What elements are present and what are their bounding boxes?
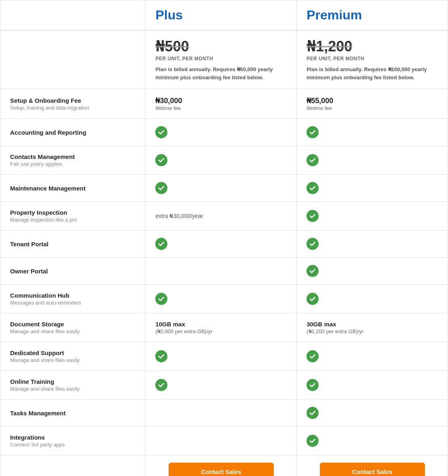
premium-cta-cell: Contact Sales <box>297 455 448 476</box>
plus-cell: extra ₦30,000/year <box>146 202 297 231</box>
feature-name: Owner Portal <box>10 268 135 275</box>
feature-sub: Manage and share files easily <box>10 357 135 363</box>
premium-cell: 30GB max(₦1,200 per extra GB)/yr <box>297 313 448 342</box>
check-icon <box>306 350 319 362</box>
premium-cell: ₦55,000lifetime fee <box>297 89 448 119</box>
premium-fee-label: lifetime fee <box>306 105 438 111</box>
feature-name: Property Inspection <box>10 209 135 216</box>
check-icon <box>306 293 319 305</box>
feature-name: Contacts Management <box>10 153 135 160</box>
table-row: Communication HubMessages and auto-remin… <box>0 285 448 313</box>
premium-cell <box>297 146 448 175</box>
feature-cell: Contacts ManagementFair use policy appli… <box>0 146 146 175</box>
plus-cell: 10GB max(₦2,000 per extra GB)/yr <box>146 313 297 342</box>
feature-cell: Setup & Onboarding FeeSetup, training an… <box>0 89 146 119</box>
table-row: Owner Portal <box>0 258 448 285</box>
feature-name: Communication Hub <box>10 292 135 299</box>
feature-sub: Manage and share files easily <box>10 386 135 392</box>
empty-feature-header <box>0 30 146 89</box>
plus-contact-button[interactable]: Contact Sales <box>169 463 274 476</box>
feature-sub: Manage inspection like a pro <box>10 217 135 223</box>
table-row: Accounting and Reporting <box>0 119 448 146</box>
plus-extra: extra ₦30,000/year <box>155 213 203 219</box>
table-row: Dedicated SupportManage and share files … <box>0 342 448 371</box>
plus-cell <box>146 427 297 455</box>
check-icon <box>306 265 319 277</box>
table-row: Contacts ManagementFair use policy appli… <box>0 146 448 175</box>
plus-storage-main: 10GB max <box>155 321 287 328</box>
plus-cell <box>146 400 297 427</box>
table-row: Property InspectionManage inspection lik… <box>0 202 448 231</box>
premium-cell <box>297 285 448 313</box>
feature-cell: Property InspectionManage inspection lik… <box>0 202 146 231</box>
feature-name: Integrations <box>10 434 135 441</box>
plus-cell <box>146 175 297 202</box>
plus-storage-sub: (₦2,000 per extra GB)/yr <box>155 328 287 334</box>
table-row: Document StorageManage and share files e… <box>0 313 448 342</box>
table-row: Online TrainingManage and share files ea… <box>0 371 448 400</box>
check-icon <box>306 379 319 391</box>
plus-cta-cell: Contact Sales <box>146 455 297 476</box>
premium-storage-main: 30GB max <box>306 321 438 328</box>
premium-plan-title: Premium <box>306 8 438 23</box>
premium-cell <box>297 119 448 146</box>
feature-name: Tenant Portal <box>10 241 135 248</box>
feature-cell: Communication HubMessages and auto-remin… <box>0 285 146 313</box>
plus-column-header: Plus <box>146 0 297 31</box>
table-row: IntegrationsConnect 3rd party apps <box>0 427 448 455</box>
feature-cell: Tasks Management <box>0 400 146 427</box>
premium-price: ₦1,200 <box>306 38 438 55</box>
plus-cell <box>146 258 297 285</box>
feature-name: Accounting and Reporting <box>10 129 135 136</box>
premium-cell <box>297 400 448 427</box>
table-row: Tasks Management <box>0 400 448 427</box>
check-icon <box>306 210 319 222</box>
plus-price-header: ₦500 PER UNIT, PER MONTH Plan is billed … <box>146 30 297 89</box>
feature-sub: Setup, training and data migration <box>10 105 135 111</box>
check-icon <box>155 293 167 305</box>
check-icon <box>155 182 167 194</box>
table-row: Setup & Onboarding FeeSetup, training an… <box>0 89 448 119</box>
feature-cell: Accounting and Reporting <box>0 119 146 146</box>
premium-note: Plan is billed annually. Requires ₦100,0… <box>306 66 438 81</box>
premium-period: PER UNIT, PER MONTH <box>306 56 438 61</box>
plus-cell <box>146 231 297 258</box>
feature-name: Dedicated Support <box>10 349 135 356</box>
plus-cell <box>146 342 297 371</box>
premium-storage-sub: (₦1,200 per extra GB)/yr <box>306 328 438 334</box>
feature-cell: Document StorageManage and share files e… <box>0 313 146 342</box>
plus-plan-title: Plus <box>155 8 287 23</box>
feature-name: Maintenance Management <box>10 185 135 192</box>
plus-price: ₦500 <box>155 38 287 55</box>
premium-cell <box>297 175 448 202</box>
check-icon <box>306 154 319 166</box>
premium-cell <box>297 258 448 285</box>
premium-cell <box>297 202 448 231</box>
check-icon <box>306 238 319 250</box>
premium-cell <box>297 371 448 400</box>
premium-cell <box>297 231 448 258</box>
cta-empty-cell <box>0 455 146 476</box>
plus-note: Plan is billed annually. Requires ₦50,00… <box>155 66 287 81</box>
table-row: Tenant Portal <box>0 231 448 258</box>
feature-sub: Manage and share files easily <box>10 328 135 334</box>
check-icon <box>155 238 167 250</box>
plus-cell <box>146 285 297 313</box>
feature-name: Setup & Onboarding Fee <box>10 97 135 104</box>
feature-column-header <box>0 0 146 31</box>
feature-sub: Messages and auto-reminders <box>10 300 135 306</box>
check-icon <box>306 435 319 447</box>
feature-cell: Dedicated SupportManage and share files … <box>0 342 146 371</box>
plus-period: PER UNIT, PER MONTH <box>155 56 287 61</box>
plus-fee-label: lifetime fee <box>155 105 287 111</box>
feature-cell: Owner Portal <box>0 258 146 285</box>
feature-sub: Fair use policy applies <box>10 161 135 167</box>
feature-cell: Maintenance Management <box>0 175 146 202</box>
premium-contact-button[interactable]: Contact Sales <box>320 463 425 476</box>
check-icon <box>155 154 167 166</box>
check-icon <box>306 182 319 194</box>
feature-name: Online Training <box>10 378 135 385</box>
premium-cell <box>297 427 448 455</box>
premium-cell <box>297 342 448 371</box>
feature-cell: IntegrationsConnect 3rd party apps <box>0 427 146 455</box>
